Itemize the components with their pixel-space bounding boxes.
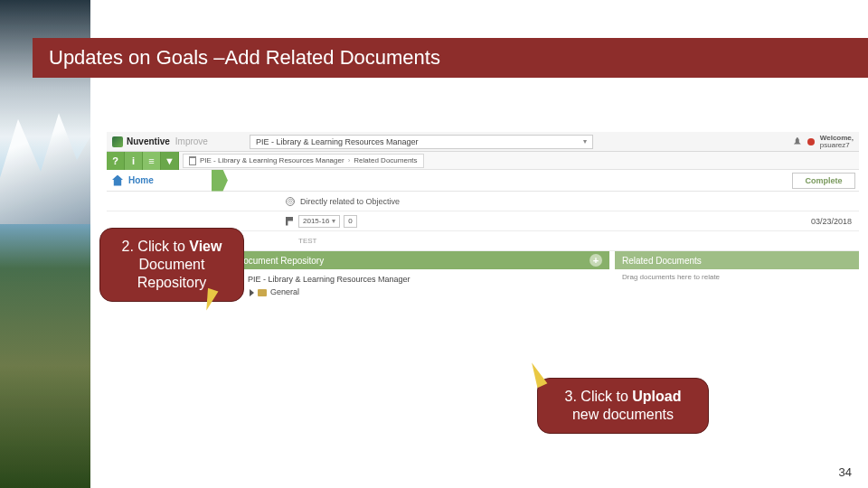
chevron-right-icon: › bbox=[348, 156, 351, 164]
notification-badge bbox=[807, 138, 815, 145]
slide-title-text-a: Updates on Goals – bbox=[49, 46, 224, 70]
callout-3-arrow bbox=[527, 361, 548, 388]
welcome-text[interactable]: Welcome, psuarez7 bbox=[820, 135, 854, 149]
year-pill[interactable]: 2015-16 ▾ bbox=[298, 215, 340, 228]
tree-root-label: PIE - Library & Learning Resources Manag… bbox=[248, 273, 410, 286]
callout-3c: new documents bbox=[572, 407, 674, 422]
toolbar-menu-button[interactable]: ≡ bbox=[143, 152, 161, 170]
document-repository-title: Document Repository bbox=[237, 256, 324, 266]
toolbar-info-button[interactable]: i bbox=[125, 152, 143, 170]
slide-title-text-b: Add Related Documents bbox=[224, 46, 439, 70]
objective-row: ◎ Directly related to Objective bbox=[107, 192, 859, 211]
callout-2b: View bbox=[189, 239, 222, 254]
repository-tree: PIE - Library & Learning Resources Manag… bbox=[230, 269, 609, 303]
year-value: 2015-16 bbox=[303, 217, 329, 225]
welcome-username: psuarez7 bbox=[820, 142, 854, 149]
callout-step-2: 2. Click to View Document Repository bbox=[99, 228, 244, 302]
tree-root-node[interactable]: PIE - Library & Learning Resources Manag… bbox=[237, 273, 602, 286]
green-pointer-tab[interactable] bbox=[212, 170, 228, 192]
mountain-shape bbox=[0, 108, 90, 225]
test-label: TEST bbox=[298, 237, 316, 245]
app-brand: Nuventive Improve bbox=[107, 136, 213, 147]
user-welcome-area: Welcome, psuarez7 bbox=[793, 135, 859, 149]
brand-logo-icon bbox=[112, 136, 123, 147]
toolbar-help-button[interactable]: ? bbox=[107, 152, 125, 170]
related-documents-header: Related Documents bbox=[615, 251, 859, 269]
document-repository-header: Document Repository + bbox=[230, 251, 609, 269]
callout-2a: 2. Click to bbox=[122, 239, 190, 254]
home-label[interactable]: Home bbox=[128, 175, 154, 185]
department-dropdown-value: PIE - Library & Learning Resources Manag… bbox=[256, 137, 419, 146]
related-documents-hint: Drag documents here to relate bbox=[615, 269, 859, 285]
app-top-bar: Nuventive Improve PIE - Library & Learni… bbox=[107, 132, 859, 152]
date-label: 03/23/2018 bbox=[811, 217, 852, 226]
callout-3a: 3. Click to bbox=[565, 389, 633, 404]
slide-title-banner: Updates on Goals – Add Related Documents bbox=[33, 38, 868, 78]
tree-child-label: General bbox=[270, 286, 299, 298]
folder-icon bbox=[258, 289, 267, 296]
chevron-down-icon: ▾ bbox=[583, 137, 587, 145]
target-icon: ◎ bbox=[286, 197, 295, 206]
notification-bell-icon[interactable] bbox=[793, 137, 802, 146]
upload-document-button[interactable]: + bbox=[590, 254, 602, 267]
collapse-icon[interactable] bbox=[250, 289, 254, 296]
home-icon[interactable] bbox=[112, 175, 123, 186]
related-documents-title: Related Documents bbox=[622, 256, 702, 266]
callout-3b: Upload bbox=[632, 389, 681, 404]
breadcrumb-a: PIE - Library & Learning Resources Manag… bbox=[200, 156, 344, 164]
flag-icon bbox=[286, 217, 293, 226]
app-home-row: Home Complete bbox=[107, 170, 859, 192]
tree-child-node[interactable]: General bbox=[237, 286, 602, 298]
brand-name: Nuventive bbox=[127, 136, 170, 146]
department-dropdown[interactable]: PIE - Library & Learning Resources Manag… bbox=[250, 135, 593, 149]
count-pill[interactable]: 0 bbox=[344, 215, 356, 228]
page-number: 34 bbox=[839, 465, 852, 479]
related-documents-panel: Related Documents Drag documents here to… bbox=[615, 251, 859, 303]
brand-product: Improve bbox=[175, 136, 208, 146]
callout-step-3: 3. Click to Upload new documents bbox=[537, 378, 709, 434]
document-repository-panel: Document Repository + PIE - Library & Le… bbox=[230, 251, 609, 303]
app-icon-bar: ? i ≡ ▼ PIE - Library & Learning Resourc… bbox=[107, 152, 859, 170]
breadcrumb-b: Related Documents bbox=[354, 156, 417, 164]
callout-2c: Document Repository bbox=[137, 257, 206, 290]
chevron-down-icon: ▾ bbox=[332, 217, 335, 225]
complete-button[interactable]: Complete bbox=[792, 173, 855, 189]
breadcrumb[interactable]: PIE - Library & Learning Resources Manag… bbox=[183, 154, 424, 168]
document-icon bbox=[189, 156, 196, 165]
objective-label: Directly related to Objective bbox=[300, 197, 400, 206]
toolbar-filter-button[interactable]: ▼ bbox=[161, 152, 179, 170]
